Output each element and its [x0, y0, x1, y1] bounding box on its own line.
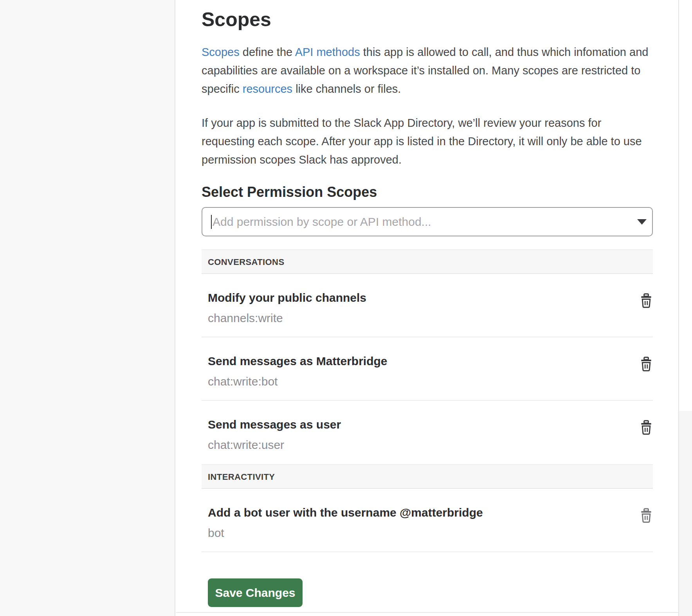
delete-scope-button[interactable]: [640, 293, 653, 309]
section-header-interactivity: INTERACTIVITY: [202, 464, 653, 489]
scope-code: channels:write: [208, 311, 625, 325]
scope-search-input[interactable]: [202, 207, 653, 236]
scope-row: Add a bot user with the username @matter…: [202, 489, 653, 552]
save-changes-button[interactable]: Save Changes: [208, 578, 303, 607]
scope-code: chat:write:user: [208, 438, 625, 452]
api-methods-link[interactable]: API methods: [295, 46, 360, 58]
delete-scope-button[interactable]: [640, 508, 653, 524]
scope-row: Modify your public channels channels:wri…: [202, 274, 653, 337]
scopes-description: Scopes define the API methods this app i…: [202, 43, 653, 98]
scope-code: bot: [208, 526, 625, 540]
scope-row: Send messages as user chat:write:user: [202, 401, 653, 464]
delete-scope-button[interactable]: [640, 356, 653, 373]
intro-text-1: define the: [240, 46, 295, 58]
trash-icon: [640, 430, 652, 436]
delete-scope-button[interactable]: [640, 420, 653, 436]
select-permission-scopes-heading: Select Permission Scopes: [202, 183, 653, 201]
trash-icon: [640, 367, 652, 373]
section-divider: [176, 612, 678, 613]
scope-title: Modify your public channels: [208, 291, 625, 304]
scope-title: Add a bot user with the username @matter…: [208, 506, 625, 519]
left-sidebar: [0, 0, 175, 616]
trash-icon: [640, 303, 652, 309]
scope-title: Send messages as Matterbridge: [208, 354, 625, 368]
resources-link[interactable]: resources: [243, 83, 292, 95]
intro-text-3: like channels or files.: [292, 83, 401, 95]
text-cursor: [211, 215, 212, 229]
scope-row: Send messages as Matterbridge chat:write…: [202, 337, 653, 401]
section-header-conversations: CONVERSATIONS: [202, 249, 653, 274]
scope-list: CONVERSATIONS Modify your public channel…: [202, 249, 653, 552]
scope-title: Send messages as user: [208, 418, 625, 431]
scrollbar-thumb[interactable]: [679, 0, 692, 411]
scopes-page: Scopes Scopes define the API methods thi…: [176, 0, 678, 616]
trash-icon: [640, 518, 652, 524]
caret-down-icon[interactable]: [637, 219, 647, 225]
page-title: Scopes: [202, 7, 653, 32]
scrollbar-track[interactable]: [678, 0, 692, 616]
directory-note: If your app is submitted to the Slack Ap…: [202, 114, 653, 169]
scope-search-combobox: [202, 207, 653, 236]
scopes-doc-link[interactable]: Scopes: [202, 46, 240, 58]
scope-code: chat:write:bot: [208, 375, 625, 388]
